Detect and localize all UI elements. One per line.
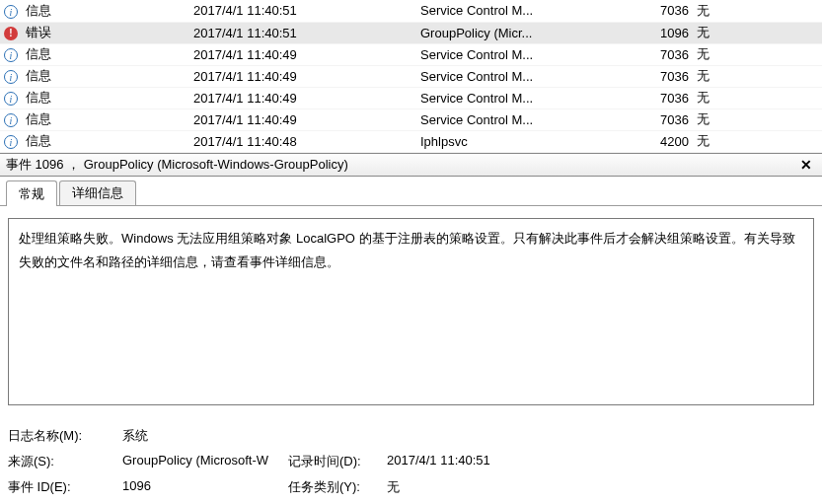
event-row[interactable]: i信息2017/4/1 11:40:51Service Control M...… [0, 0, 822, 22]
event-row[interactable]: i信息2017/4/1 11:40:49Service Control M...… [0, 108, 822, 130]
event-row[interactable]: i信息2017/4/1 11:40:49Service Control M...… [0, 65, 822, 87]
taskcat-value: 无 [387, 478, 400, 496]
row-time: 2017/4/1 11:40:51 [189, 0, 416, 22]
logname-label: 日志名称(M): [8, 427, 122, 445]
error-icon: ! [4, 27, 18, 40]
info-icon: i [4, 135, 18, 149]
event-row[interactable]: i信息2017/4/1 11:40:48Iphlpsvc4200无 [0, 130, 822, 152]
info-icon: i [4, 113, 18, 127]
row-source: Service Control M... [416, 87, 634, 108]
eventid-label: 事件 ID(E): [8, 478, 122, 496]
row-id: 4200 [634, 130, 693, 152]
row-source: Service Control M... [416, 108, 634, 130]
taskcat-label: 任务类别(Y): [288, 478, 387, 496]
row-id: 7036 [634, 108, 693, 130]
tab-details[interactable]: 详细信息 [59, 180, 136, 205]
row-source: Iphlpsvc [416, 130, 634, 152]
row-time: 2017/4/1 11:40:49 [189, 87, 416, 108]
info-icon: i [4, 5, 18, 19]
info-icon: i [4, 70, 18, 84]
row-cat: 无 [693, 87, 822, 108]
info-icon: i [4, 48, 18, 62]
event-description: 处理组策略失败。Windows 无法应用组策略对象 LocalGPO 的基于注册… [8, 218, 814, 405]
detail-tabs: 常规 详细信息 [0, 177, 822, 206]
row-id: 7036 [634, 65, 693, 87]
row-time: 2017/4/1 11:40:49 [189, 43, 416, 65]
event-row[interactable]: !错误2017/4/1 11:40:51GroupPolicy (Micr...… [0, 22, 822, 43]
row-cat: 无 [693, 108, 822, 130]
row-id: 7036 [634, 43, 693, 65]
row-cat: 无 [693, 130, 822, 152]
row-time: 2017/4/1 11:40:51 [189, 22, 416, 43]
row-cat: 无 [693, 22, 822, 43]
event-list[interactable]: i信息2017/4/1 11:40:51Service Control M...… [0, 0, 822, 153]
row-id: 7036 [634, 87, 693, 108]
row-id: 1096 [634, 22, 693, 43]
info-icon: i [4, 92, 18, 106]
row-time: 2017/4/1 11:40:48 [189, 130, 416, 152]
row-id: 7036 [634, 0, 693, 22]
row-cat: 无 [693, 0, 822, 22]
tab-general[interactable]: 常规 [6, 180, 57, 206]
logged-value: 2017/4/1 11:40:51 [387, 453, 490, 470]
row-source: Service Control M... [416, 0, 634, 22]
source-label: 来源(S): [8, 453, 122, 470]
close-icon[interactable]: ✕ [796, 157, 816, 173]
source-value: GroupPolicy (Microsoft-W [122, 453, 288, 470]
row-level: 信息 [22, 87, 189, 108]
row-level: 错误 [22, 22, 189, 43]
detail-body: 处理组策略失败。Windows 无法应用组策略对象 LocalGPO 的基于注册… [0, 206, 822, 505]
event-row[interactable]: i信息2017/4/1 11:40:49Service Control M...… [0, 43, 822, 65]
eventid-value: 1096 [122, 478, 288, 496]
event-properties: 日志名称(M): 系统 来源(S): GroupPolicy (Microsof… [8, 427, 814, 496]
row-time: 2017/4/1 11:40:49 [189, 108, 416, 130]
row-source: Service Control M... [416, 65, 634, 87]
row-level: 信息 [22, 65, 189, 87]
row-cat: 无 [693, 65, 822, 87]
row-level: 信息 [22, 108, 189, 130]
event-row[interactable]: i信息2017/4/1 11:40:49Service Control M...… [0, 87, 822, 108]
row-level: 信息 [22, 43, 189, 65]
detail-title: 事件 1096 ， GroupPolicy (Microsoft-Windows… [6, 156, 348, 174]
row-cat: 无 [693, 43, 822, 65]
row-level: 信息 [22, 0, 189, 22]
row-time: 2017/4/1 11:40:49 [189, 65, 416, 87]
row-source: GroupPolicy (Micr... [416, 22, 634, 43]
logname-value: 系统 [122, 427, 288, 445]
logged-label: 记录时间(D): [288, 453, 387, 470]
row-source: Service Control M... [416, 43, 634, 65]
detail-header: 事件 1096 ， GroupPolicy (Microsoft-Windows… [0, 153, 822, 177]
row-level: 信息 [22, 130, 189, 152]
